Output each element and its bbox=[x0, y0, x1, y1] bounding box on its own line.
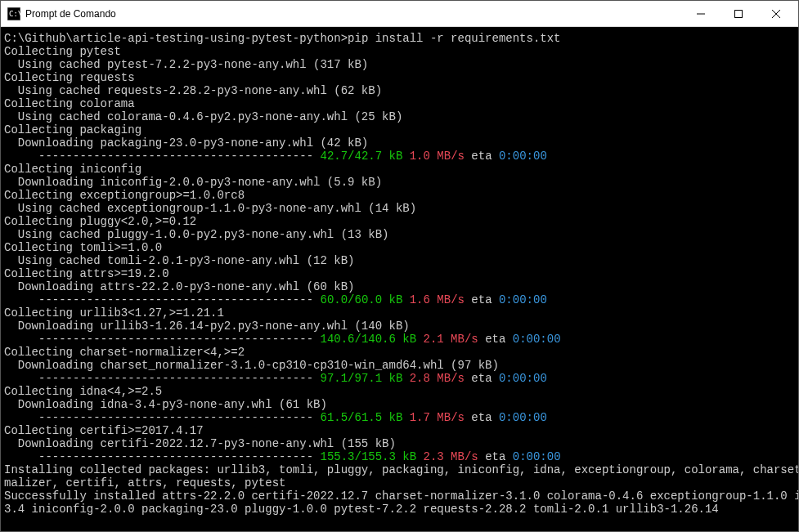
output-line: Collecting pluggy<2.0,>=0.12 bbox=[4, 215, 196, 228]
progress-line: ----------------------------------------… bbox=[4, 150, 547, 163]
output-line: Collecting certifi>=2017.4.17 bbox=[4, 424, 204, 437]
output-line: Downloading certifi-2022.12.7-py3-none-a… bbox=[4, 437, 396, 450]
output-line: 3.4 iniconfig-2.0.0 packaging-23.0 plugg… bbox=[4, 503, 719, 516]
output-line: Collecting packaging bbox=[4, 123, 141, 136]
close-button[interactable] bbox=[757, 2, 795, 26]
output-line: Using cached requests-2.28.2-py3-none-an… bbox=[4, 84, 382, 97]
svg-text:C:\: C:\ bbox=[9, 10, 20, 18]
progress-line: ----------------------------------------… bbox=[4, 333, 561, 346]
output-line: Collecting requests bbox=[4, 71, 135, 84]
output-line: Collecting exceptiongroup>=1.0.0rc8 bbox=[4, 189, 245, 202]
output-line: Collecting colorama bbox=[4, 97, 135, 110]
output-line: Downloading iniconfig-2.0.0-py3-none-any… bbox=[4, 176, 382, 189]
output-line: Successfully installed attrs-22.2.0 cert… bbox=[4, 490, 798, 503]
terminal-output[interactable]: C:\Github\article-api-testing-using-pyte… bbox=[1, 27, 798, 531]
command-prompt-window: C:\ Prompt de Comando C:\Github\article-… bbox=[0, 0, 799, 532]
output-line: Using cached colorama-0.4.6-py2.py3-none… bbox=[4, 110, 402, 123]
output-line: malizer, certifi, attrs, requests, pytes… bbox=[4, 476, 285, 490]
output-line: Collecting idna<4,>=2.5 bbox=[4, 385, 162, 398]
output-line: Using cached tomli-2.0.1-py3-none-any.wh… bbox=[4, 254, 354, 267]
output-line: Collecting charset-normalizer<4,>=2 bbox=[4, 346, 245, 359]
output-line: Collecting pytest bbox=[4, 45, 121, 58]
output-line: Collecting urllib3<1.27,>=1.21.1 bbox=[4, 306, 224, 320]
output-line: Collecting tomli>=1.0.0 bbox=[4, 241, 162, 254]
output-line: Using cached exceptiongroup-1.1.0-py3-no… bbox=[4, 202, 416, 215]
maximize-button[interactable] bbox=[720, 2, 757, 26]
output-line: Collecting iniconfig bbox=[4, 163, 141, 176]
prompt-line: C:\Github\article-api-testing-using-pyte… bbox=[4, 32, 561, 45]
cmd-icon: C:\ bbox=[7, 7, 20, 20]
output-line: Downloading idna-3.4-py3-none-any.whl (6… bbox=[4, 398, 327, 411]
output-line: Collecting attrs>=19.2.0 bbox=[4, 267, 169, 280]
titlebar: C:\ Prompt de Comando bbox=[1, 1, 798, 27]
output-line: Installing collected packages: urllib3, … bbox=[4, 463, 798, 476]
window-controls bbox=[682, 2, 795, 26]
minimize-button[interactable] bbox=[682, 2, 720, 26]
window-title: Prompt de Comando bbox=[25, 8, 682, 20]
output-line: Downloading urllib3-1.26.14-py2.py3-none… bbox=[4, 320, 410, 333]
output-line: Downloading packaging-23.0-py3-none-any.… bbox=[4, 136, 368, 150]
output-line: Using cached pluggy-1.0.0-py2.py3-none-a… bbox=[4, 228, 388, 241]
svg-rect-3 bbox=[735, 10, 743, 17]
output-line: Downloading attrs-22.2.0-py3-none-any.wh… bbox=[4, 280, 354, 293]
progress-line: ----------------------------------------… bbox=[4, 411, 547, 424]
progress-line: ----------------------------------------… bbox=[4, 293, 547, 306]
progress-line: ----------------------------------------… bbox=[4, 372, 547, 385]
output-line: Using cached pytest-7.2.2-py3-none-any.w… bbox=[4, 58, 368, 71]
progress-line: ----------------------------------------… bbox=[4, 450, 561, 463]
output-line: Downloading charset_normalizer-3.1.0-cp3… bbox=[4, 359, 499, 372]
